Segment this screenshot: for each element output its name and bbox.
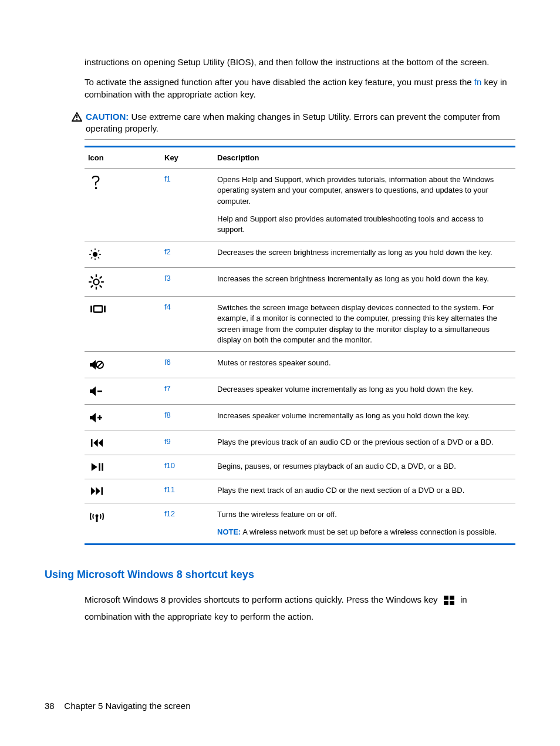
table-row: f7 Decreases speaker volume incrementall… bbox=[85, 378, 515, 404]
shortcut-paragraph: Microsoft Windows 8 provides shortcuts t… bbox=[85, 592, 515, 625]
desc-text: Plays the previous track of an audio CD … bbox=[217, 437, 512, 448]
volume-up-icon bbox=[88, 411, 104, 425]
table-row: f8 Increases speaker volume incrementall… bbox=[85, 404, 515, 431]
fn-key-text: fn bbox=[474, 77, 482, 87]
previous-track-icon bbox=[88, 437, 106, 449]
table-row: f2 Decreases the screen brightness incre… bbox=[85, 241, 515, 268]
key-label: f1 bbox=[164, 174, 171, 183]
table-row: f6 Mutes or restores speaker sound. bbox=[85, 351, 515, 378]
desc-text: Decreases the screen brightness incremen… bbox=[217, 247, 512, 258]
mute-icon bbox=[88, 358, 106, 372]
desc-text: Decreases speaker volume incrementally a… bbox=[217, 384, 512, 395]
desc-text: Mutes or restores speaker sound. bbox=[217, 358, 512, 368]
desc-text: Increases the screen brightness incremen… bbox=[217, 274, 512, 284]
desc-text: Plays the next track of an audio CD or t… bbox=[217, 485, 512, 496]
th-key: Key bbox=[161, 147, 214, 169]
caution-label: CAUTION: bbox=[86, 112, 129, 122]
key-label: f3 bbox=[164, 274, 171, 283]
action-keys-table: Icon Key Description f1 Opens Help and S… bbox=[85, 146, 515, 545]
caution-icon bbox=[72, 112, 82, 122]
table-row: f10 Begins, pauses, or resumes playback … bbox=[85, 455, 515, 479]
key-label: f12 bbox=[164, 509, 175, 518]
table-row: f12 Turns the wireless feature on or off… bbox=[85, 503, 515, 544]
note-label: NOTE: bbox=[217, 527, 241, 536]
table-row: f4 Switches the screen image between dis… bbox=[85, 297, 515, 352]
key-label: f4 bbox=[164, 303, 171, 311]
caution-text: Use extreme care when making changes in … bbox=[86, 112, 500, 133]
desc-text: Turns the wireless feature on or off. bbox=[217, 509, 512, 520]
table-row: f9 Plays the previous track of an audio … bbox=[85, 431, 515, 455]
key-label: f7 bbox=[164, 384, 171, 393]
desc-text: Switches the screen image between displa… bbox=[217, 303, 512, 345]
volume-down-icon bbox=[88, 384, 104, 398]
key-label: f2 bbox=[164, 247, 171, 256]
key-label: f8 bbox=[164, 411, 171, 419]
table-row: f1 Opens Help and Support, which provide… bbox=[85, 169, 515, 241]
th-icon: Icon bbox=[85, 147, 161, 169]
key-label: f11 bbox=[164, 485, 175, 494]
page-number: 38 bbox=[45, 701, 55, 711]
note-line: NOTE: A wireless network must be set up … bbox=[217, 527, 512, 537]
key-label: f6 bbox=[164, 358, 171, 367]
intro-paragraph-1: instructions on opening Setup Utility (B… bbox=[85, 56, 515, 68]
table-row: f3 Increases the screen brightness incre… bbox=[85, 268, 515, 297]
play-pause-icon bbox=[88, 461, 106, 473]
switch-display-icon bbox=[88, 303, 108, 315]
shortcut-p1a: Microsoft Windows 8 provides shortcuts t… bbox=[85, 594, 438, 604]
intro-paragraph-2: To activate the assigned function after … bbox=[85, 76, 515, 100]
note-text: A wireless network must be set up before… bbox=[242, 527, 497, 536]
desc-text: Begins, pauses, or resumes playback of a… bbox=[217, 461, 512, 472]
desc-text: Increases speaker volume incrementally a… bbox=[217, 411, 512, 421]
help-icon bbox=[88, 174, 103, 190]
brightness-down-icon bbox=[88, 247, 102, 261]
key-label: f9 bbox=[164, 437, 171, 446]
th-desc: Description bbox=[214, 147, 515, 169]
brightness-up-icon bbox=[88, 274, 104, 290]
page-footer: 38 Chapter 5 Navigating the screen bbox=[45, 701, 191, 711]
caution-box: CAUTION: Use extreme care when making ch… bbox=[85, 109, 515, 140]
windows-key-icon bbox=[444, 596, 454, 605]
desc-text: Opens Help and Support, which provides t… bbox=[217, 174, 512, 207]
desc-text: Help and Support also provides automated… bbox=[217, 214, 512, 235]
section-heading-shortcut-keys: Using Microsoft Windows 8 shortcut keys bbox=[45, 569, 515, 581]
intro-p2-part1: To activate the assigned function after … bbox=[85, 77, 474, 87]
next-track-icon bbox=[88, 485, 106, 497]
chapter-title: Chapter 5 Navigating the screen bbox=[64, 701, 190, 711]
table-row: f11 Plays the next track of an audio CD … bbox=[85, 479, 515, 503]
wireless-icon bbox=[88, 509, 106, 523]
key-label: f10 bbox=[164, 461, 175, 470]
